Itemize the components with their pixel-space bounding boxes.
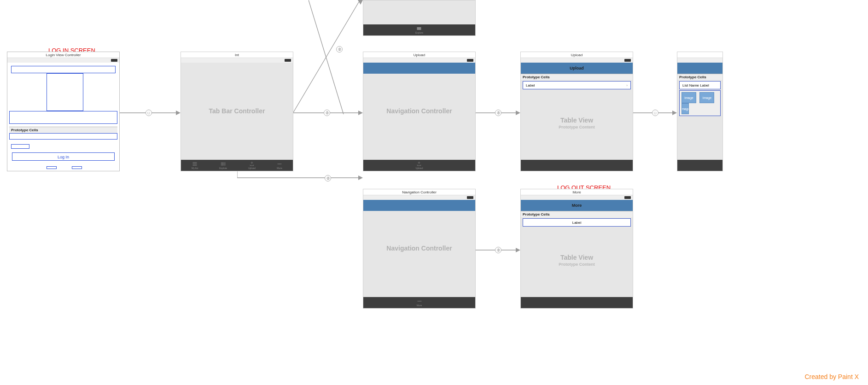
segue-tabbar-to-nav-more <box>237 171 363 254</box>
barcode-icon <box>221 162 226 166</box>
chevron-right-icon: › <box>626 83 628 88</box>
tab-bar: Upload <box>363 160 475 171</box>
segue-tabbar-to-top <box>293 0 363 115</box>
prototype-cell[interactable]: Label <box>523 218 631 227</box>
tab-mylist[interactable]: My list <box>192 162 198 169</box>
battery-icon <box>624 196 631 199</box>
battery-icon <box>285 59 291 62</box>
segue-badge-icon: ⦿ <box>336 46 343 52</box>
nav-bar: Upload <box>521 63 633 74</box>
status-bar <box>521 195 633 200</box>
login-button[interactable]: Log In <box>12 152 115 161</box>
list-name-cell[interactable]: List Name Label <box>679 81 721 89</box>
footer-credit: Created by Paint X <box>804 373 859 380</box>
status-bar <box>677 58 722 63</box>
segue-badge-icon: ⦿ <box>495 110 501 116</box>
tab-bar: Explore <box>363 24 475 35</box>
share-icon <box>416 162 422 166</box>
scene-table-more[interactable]: More More Prototype Cells Label Table Vi… <box>520 189 633 309</box>
image-chip-3[interactable]: Image <box>682 103 689 114</box>
nav-bar <box>363 200 475 211</box>
svg-point-1 <box>278 163 279 164</box>
prototype-cells-header: Prototype Cells <box>677 74 722 80</box>
tab-bar <box>521 160 633 171</box>
nav-bar <box>677 63 722 74</box>
scene-title: Upload <box>521 52 633 58</box>
tab-bar <box>677 160 722 171</box>
segue-tabbar-to-top-b <box>309 0 364 116</box>
scene-list-detail-clip[interactable]: Prototype Cells List Name Label Image Im… <box>677 52 723 171</box>
storyboard-canvas[interactable]: LOG IN SCREEN LOG OUT SCREEN Explore Log… <box>0 0 868 385</box>
placeholder-label: Tab Bar Controller <box>181 107 293 115</box>
svg-point-4 <box>418 301 419 302</box>
svg-marker-17 <box>672 111 677 115</box>
svg-point-3 <box>280 163 281 164</box>
scene-explore-clip[interactable]: Explore <box>363 0 476 36</box>
prototype-cells-header: Prototype Cells <box>521 211 633 217</box>
scene-table-upload[interactable]: Upload Upload Prototype Cells Label › Ta… <box>520 52 633 171</box>
image-chip-1[interactable]: Image <box>682 92 696 103</box>
prototype-cell[interactable]: Label › <box>523 81 631 89</box>
share-icon <box>249 162 255 166</box>
svg-point-5 <box>419 301 420 302</box>
battery-icon <box>624 59 631 62</box>
scene-title: Navigation Controller <box>363 189 475 195</box>
svg-marker-10 <box>358 111 363 115</box>
tab-upload[interactable]: Upload <box>416 162 423 169</box>
status-bar <box>521 58 633 63</box>
scene-nav-more[interactable]: Navigation Controller Navigation Control… <box>363 189 476 309</box>
home-ind-2 <box>72 166 82 169</box>
svg-point-6 <box>420 301 421 302</box>
segue-badge-icon: ⦿ <box>325 175 331 181</box>
arrow-tip-more <box>357 244 363 253</box>
home-ind-1 <box>47 166 57 169</box>
tab-upload[interactable]: Upload <box>248 162 256 169</box>
battery-icon <box>467 59 473 62</box>
scene-title <box>677 52 722 58</box>
more-icon <box>417 299 422 303</box>
cell-label: Label <box>572 221 582 225</box>
placeholder-sub: Prototype Content <box>521 262 633 267</box>
battery-icon <box>467 196 473 199</box>
placeholder-label: Navigation Controller <box>363 107 475 115</box>
list-icon <box>192 162 198 166</box>
small-input[interactable] <box>11 144 29 149</box>
prototype-cells-header: Prototype Cells <box>521 74 633 80</box>
svg-line-13 <box>309 0 344 114</box>
nav-bar: More <box>521 200 633 211</box>
tab-more[interactable]: More <box>417 299 422 307</box>
status-bar <box>7 58 119 63</box>
segue-badge-icon: ⦿ <box>324 110 330 116</box>
tab-bar <box>521 297 633 308</box>
placeholder-sub: Prototype Content <box>521 125 633 129</box>
scene-title: Login View Controller <box>7 52 119 58</box>
tab-explore[interactable]: Explore <box>415 26 423 34</box>
segue-badge-icon: ◻ <box>652 110 658 116</box>
image-box <box>47 73 83 111</box>
nav-bar <box>363 63 475 74</box>
scene-nav-upload[interactable]: Upload Navigation Controller Upload <box>363 52 476 171</box>
battery-icon <box>111 59 117 62</box>
image-chip-2[interactable]: Image <box>699 92 714 103</box>
cell-label: Label <box>526 83 535 88</box>
scene-title: Int <box>181 52 293 58</box>
svg-marker-12 <box>358 0 363 5</box>
tab-more[interactable]: More <box>277 162 282 169</box>
field-box[interactable] <box>9 111 117 124</box>
segue-badge-icon: ◻ <box>146 110 152 116</box>
placeholder-label: Table View <box>521 254 633 261</box>
header-box <box>11 66 116 73</box>
prototype-cell[interactable] <box>9 133 117 140</box>
status-bar <box>363 58 475 63</box>
prototype-cells-header: Prototype Cells <box>9 127 117 133</box>
scene-tabbar[interactable]: Int Tab Bar Controller My list Explore U… <box>181 52 293 171</box>
svg-line-11 <box>293 1 359 112</box>
tab-explore[interactable]: Explore <box>219 162 227 169</box>
scene-title: Upload <box>363 52 475 58</box>
scene-login[interactable]: Login View Controller Prototype Cells Lo… <box>7 52 120 171</box>
segue-badge-icon: ⦿ <box>495 247 501 253</box>
svg-marker-18 <box>358 175 363 180</box>
list-name-label: List Name Label <box>682 83 709 88</box>
image-row: Image Image Image <box>679 90 721 116</box>
placeholder-label: Table View <box>521 117 633 124</box>
